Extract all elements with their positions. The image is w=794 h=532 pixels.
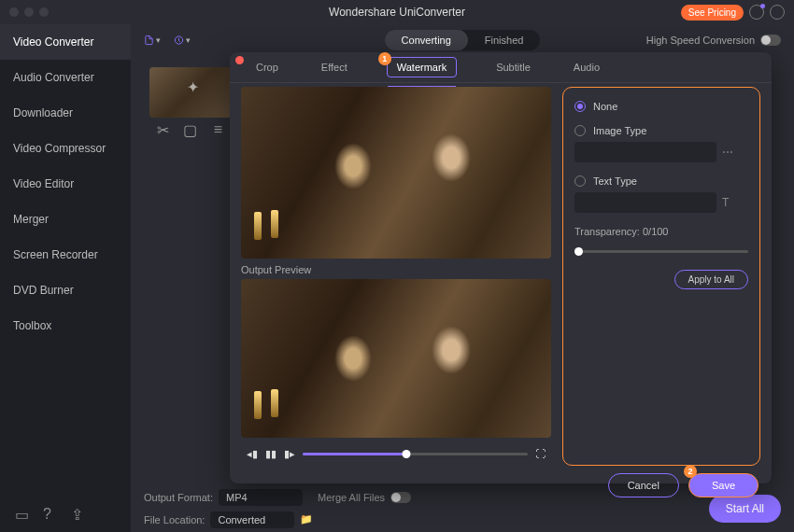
- start-all-button[interactable]: Start All: [709, 495, 781, 523]
- radio-text-label: Text Type: [593, 175, 637, 187]
- high-speed-toggle[interactable]: [760, 35, 781, 46]
- radio-none[interactable]: [574, 101, 586, 112]
- modal-footer: Cancel 2 Save: [230, 473, 772, 497]
- text-watermark-input[interactable]: [574, 192, 716, 213]
- cancel-button[interactable]: Cancel: [608, 473, 679, 497]
- share-icon[interactable]: ⇪: [71, 506, 84, 519]
- thumb-tools: ✂ ▢ ≡: [149, 123, 232, 136]
- file-location-select[interactable]: Converted: [210, 511, 294, 528]
- radio-none-label: None: [593, 101, 617, 112]
- save-button[interactable]: 2 Save: [688, 473, 759, 497]
- modal-tabs: Crop Effect 1 Watermark Subtitle Audio: [230, 52, 772, 83]
- modal-tab-watermark-label: Watermark: [397, 62, 447, 73]
- help-icon[interactable]: ?: [43, 506, 56, 519]
- modal-tab-effect[interactable]: Effect: [318, 52, 351, 82]
- sidebar-bottom-icons: ▭ ? ⇪: [15, 506, 84, 519]
- open-folder-icon[interactable]: 📁: [300, 513, 313, 526]
- radio-none-row[interactable]: None: [574, 101, 748, 112]
- edit-modal: Crop Effect 1 Watermark Subtitle Audio O…: [230, 52, 772, 483]
- settings-icon[interactable]: [770, 5, 785, 20]
- sidebar-item-video-converter[interactable]: Video Converter: [0, 24, 131, 60]
- modal-tab-subtitle[interactable]: Subtitle: [492, 52, 534, 82]
- modal-tab-watermark[interactable]: 1 Watermark: [387, 57, 457, 77]
- radio-image-row[interactable]: Image Type: [574, 125, 748, 136]
- see-pricing-button[interactable]: See Pricing: [681, 5, 744, 21]
- file-location-label: File Location:: [144, 514, 205, 525]
- callout-badge-1: 1: [378, 52, 391, 65]
- callout-badge-2: 2: [684, 465, 697, 478]
- video-preview-original: [241, 87, 551, 259]
- user-account-icon[interactable]: [749, 5, 764, 20]
- file-card[interactable]: ✂ ▢ ≡: [144, 62, 237, 142]
- radio-text-row[interactable]: Text Type: [574, 175, 748, 187]
- status-tab-group: Converting Finished: [385, 30, 541, 50]
- output-preview-label: Output Preview: [241, 264, 551, 275]
- minimize-window-icon[interactable]: [24, 7, 34, 17]
- sidebar-item-video-editor[interactable]: Video Editor: [0, 166, 131, 202]
- app-title: Wondershare UniConverter: [329, 6, 465, 19]
- titlebar: Wondershare UniConverter See Pricing: [0, 0, 794, 24]
- window-controls: [9, 7, 49, 17]
- sidebar-item-video-compressor[interactable]: Video Compressor: [0, 131, 131, 166]
- tab-converting[interactable]: Converting: [385, 30, 468, 50]
- seek-slider[interactable]: [303, 453, 528, 455]
- text-format-icon[interactable]: T: [722, 196, 730, 209]
- transparency-slider[interactable]: [574, 250, 748, 253]
- sidebar: Video Converter Audio Converter Download…: [0, 24, 131, 532]
- crop-icon[interactable]: ▢: [184, 123, 197, 136]
- sidebar-item-downloader[interactable]: Downloader: [0, 95, 131, 131]
- tab-finished[interactable]: Finished: [468, 30, 541, 50]
- preview-column: Output Preview ◂▮ ▮▮ ▮▸ ⛶: [241, 87, 551, 466]
- top-tabs-bar: ▾ ▾ Converting Finished High Speed Conve…: [131, 24, 794, 56]
- image-path-input[interactable]: [574, 142, 716, 162]
- next-frame-icon[interactable]: ▮▸: [284, 448, 295, 460]
- sidebar-item-toolbox[interactable]: Toolbox: [0, 308, 131, 343]
- radio-text-type[interactable]: [574, 175, 586, 187]
- prev-frame-icon[interactable]: ◂▮: [247, 448, 258, 460]
- modal-tab-audio[interactable]: Audio: [570, 52, 603, 82]
- playback-controls: ◂▮ ▮▮ ▮▸ ⛶: [241, 441, 551, 466]
- high-speed-label: High Speed Conversion: [646, 35, 755, 46]
- download-queue-icon[interactable]: ▾: [174, 32, 191, 49]
- maximize-window-icon[interactable]: [39, 7, 49, 17]
- video-preview-output: [241, 279, 551, 438]
- sidebar-item-screen-recorder[interactable]: Screen Recorder: [0, 237, 131, 273]
- modal-close-button[interactable]: [235, 56, 244, 64]
- output-format-label: Output Format:: [144, 492, 213, 503]
- apply-to-all-button[interactable]: Apply to All: [674, 270, 748, 289]
- modal-tab-crop[interactable]: Crop: [252, 52, 282, 82]
- fullscreen-icon[interactable]: ⛶: [535, 448, 546, 459]
- radio-image-type[interactable]: [574, 125, 586, 136]
- sidebar-item-audio-converter[interactable]: Audio Converter: [0, 60, 131, 95]
- watermark-panel: None Image Type ⋯ Text Type: [562, 87, 760, 466]
- sidebar-item-merger[interactable]: Merger: [0, 202, 131, 237]
- transparency-label: Transparency: 0/100: [574, 226, 748, 237]
- radio-image-label: Image Type: [593, 125, 646, 136]
- add-file-icon[interactable]: ▾: [144, 32, 161, 49]
- pause-icon[interactable]: ▮▮: [265, 448, 276, 460]
- video-thumbnail: [149, 67, 232, 118]
- close-window-icon[interactable]: [9, 7, 19, 17]
- more-icon[interactable]: ≡: [211, 123, 224, 136]
- save-button-label: Save: [712, 480, 735, 491]
- trim-icon[interactable]: ✂: [157, 123, 170, 136]
- header-right-icons: [749, 5, 785, 20]
- sidebar-item-dvd-burner[interactable]: DVD Burner: [0, 273, 131, 308]
- desktop-icon[interactable]: ▭: [15, 506, 28, 519]
- high-speed-container: High Speed Conversion: [646, 35, 781, 46]
- browse-image-icon[interactable]: ⋯: [722, 146, 734, 159]
